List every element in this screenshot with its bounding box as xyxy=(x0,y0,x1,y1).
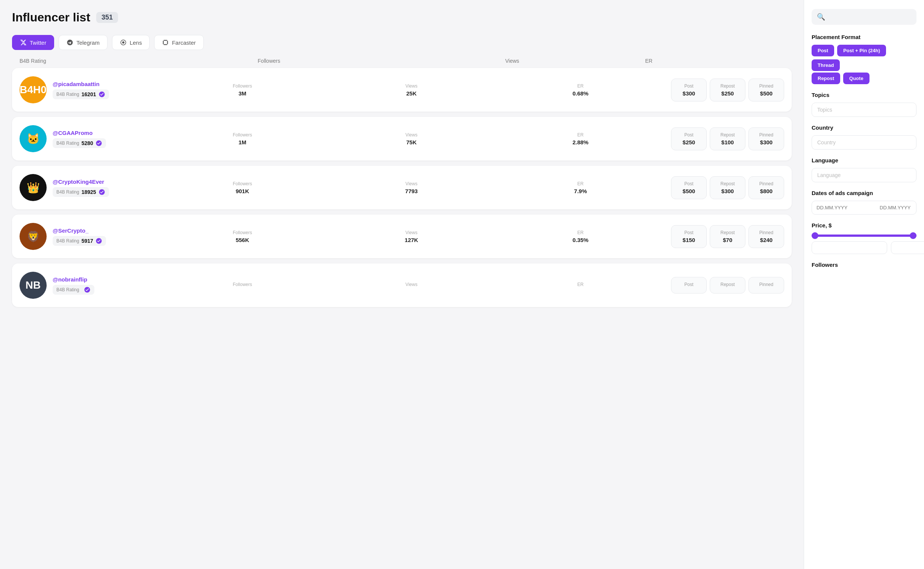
er-stat-label: ER xyxy=(577,230,584,235)
price-max-input[interactable]: 11111 xyxy=(891,241,924,254)
er-stat: ER 0.68% xyxy=(496,84,665,97)
price-card-post[interactable]: Post $300 xyxy=(671,79,707,102)
post-label: Post xyxy=(678,84,700,89)
tab-telegram[interactable]: Telegram xyxy=(59,35,108,50)
er-stat-label: ER xyxy=(577,282,584,287)
price-card-pinned[interactable]: Pinned $240 xyxy=(749,225,784,248)
price-card-pinned[interactable]: Pinned $300 xyxy=(749,128,784,150)
price-range: 1 11111 xyxy=(811,234,916,254)
followers-stat-value: 556K xyxy=(236,237,249,243)
followers-stat-label: Followers xyxy=(233,84,252,89)
influencer-card[interactable]: 🐱 @CGAAPromo B4B Rating 5280 Followers 1… xyxy=(12,117,792,160)
b4b-rating-header: B4B Rating xyxy=(20,58,46,64)
format-btn-quote[interactable]: Quote xyxy=(843,73,869,84)
price-card-post[interactable]: Post $150 xyxy=(671,225,707,248)
price-card-pinned: Pinned xyxy=(749,277,784,294)
format-buttons-row2: Repost Quote xyxy=(811,73,916,84)
influencer-handle[interactable]: @SerCrypto_ xyxy=(53,227,158,234)
rating-label: B4B Rating xyxy=(56,141,79,146)
tab-farcaster-label: Farcaster xyxy=(172,40,195,46)
search-box[interactable]: 🔍 xyxy=(811,9,916,25)
date-range[interactable]: 📅 xyxy=(811,201,916,215)
date-to-input[interactable] xyxy=(880,205,916,210)
er-stat: ER 2.88% xyxy=(496,132,665,145)
date-from-input[interactable] xyxy=(816,205,880,210)
dates-title: Dates of ads campaign xyxy=(811,190,916,196)
views-stat-label: Views xyxy=(406,132,418,138)
repost-label: Repost xyxy=(717,230,738,235)
followers-stat-value: 3M xyxy=(238,90,246,97)
repost-price: $70 xyxy=(717,237,738,243)
tab-twitter[interactable]: Twitter xyxy=(12,35,54,50)
views-stat: Views 7793 xyxy=(327,181,496,194)
prices-section: Post $150 Repost $70 Pinned $240 xyxy=(671,225,784,248)
er-stat-label: ER xyxy=(577,132,584,138)
prices-section: Post $250 Repost $100 Pinned $300 xyxy=(671,128,784,150)
followers-stat-label: Followers xyxy=(233,181,252,186)
price-card-post[interactable]: Post $250 xyxy=(671,128,707,150)
influencer-handle[interactable]: @CryptoKing4Ever xyxy=(53,178,158,185)
language-input[interactable] xyxy=(811,168,916,182)
price-card-pinned[interactable]: Pinned $500 xyxy=(749,79,784,102)
avatar: 🦁 xyxy=(20,223,47,250)
tab-lens[interactable]: Lens xyxy=(112,35,150,50)
topics-input[interactable] xyxy=(811,103,916,117)
rating-label: B4B Rating xyxy=(56,238,79,243)
influencer-info: @SerCrypto_ B4B Rating 5917 xyxy=(53,227,158,246)
post-label: Post xyxy=(678,132,700,138)
slider-thumb-right[interactable] xyxy=(910,232,916,239)
price-card-post[interactable]: Post $500 xyxy=(671,176,707,199)
avatar: 🐱 xyxy=(20,125,47,152)
price-card-repost: Repost xyxy=(710,277,746,294)
influencer-card[interactable]: B4H0 @picadambaattin B4B Rating 16201 Fo… xyxy=(12,68,792,112)
influencer-card[interactable]: NB @nobrainflip B4B Rating Followers Vie… xyxy=(12,263,792,307)
price-card-pinned[interactable]: Pinned $800 xyxy=(749,176,784,199)
followers-stat: Followers 1M xyxy=(158,132,327,145)
influencer-list: B4H0 @picadambaattin B4B Rating 16201 Fo… xyxy=(12,68,792,307)
post-label: Post xyxy=(678,181,700,186)
price-slider-fill xyxy=(811,234,916,237)
country-title: Country xyxy=(811,125,916,131)
views-stat-value: 75K xyxy=(406,139,417,145)
format-btn-repost[interactable]: Repost xyxy=(811,73,840,84)
verified-icon xyxy=(99,91,105,98)
influencer-card[interactable]: 🦁 @SerCrypto_ B4B Rating 5917 Followers … xyxy=(12,215,792,258)
format-btn-thread[interactable]: Thread xyxy=(811,59,840,71)
post-price: $250 xyxy=(678,139,700,145)
price-card-repost[interactable]: Repost $100 xyxy=(710,128,746,150)
price-slider-track[interactable] xyxy=(811,234,916,237)
topics-title: Topics xyxy=(811,92,916,98)
influencer-handle[interactable]: @nobrainflip xyxy=(53,276,158,283)
farcaster-icon xyxy=(162,39,169,46)
search-input[interactable] xyxy=(828,14,911,20)
rating-value: 5280 xyxy=(82,140,93,146)
format-btn-post-pin[interactable]: Post + Pin (24h) xyxy=(837,45,886,56)
er-stat: ER 7.9% xyxy=(496,181,665,194)
country-section: Country xyxy=(811,125,916,149)
verified-icon xyxy=(96,140,102,146)
format-btn-post[interactable]: Post xyxy=(811,45,834,56)
repost-label: Repost xyxy=(717,181,738,186)
views-stat-label: Views xyxy=(406,181,418,186)
prices-section: Post Repost Pinned xyxy=(671,277,784,294)
rating-badge: B4B Rating 18925 xyxy=(53,187,109,197)
price-card-repost[interactable]: Repost $250 xyxy=(710,79,746,102)
rating-badge: B4B Rating 5280 xyxy=(53,138,106,148)
influencer-handle[interactable]: @CGAAPromo xyxy=(53,130,158,136)
influencer-card[interactable]: 👑 @CryptoKing4Ever B4B Rating 18925 Foll… xyxy=(12,166,792,209)
tab-farcaster[interactable]: Farcaster xyxy=(154,35,203,50)
language-section: Language xyxy=(811,157,916,182)
country-input[interactable] xyxy=(811,135,916,149)
price-min-input[interactable]: 1 xyxy=(811,241,887,254)
twitter-icon xyxy=(20,39,27,46)
price-inputs: 1 11111 xyxy=(811,241,916,254)
price-card-repost[interactable]: Repost $300 xyxy=(710,176,746,199)
pinned-price: $300 xyxy=(756,139,777,145)
influencer-handle[interactable]: @picadambaattin xyxy=(53,81,158,87)
slider-thumb-left[interactable] xyxy=(811,232,818,239)
avatar: 👑 xyxy=(20,174,47,201)
pinned-label: Pinned xyxy=(756,230,777,235)
repost-label: Repost xyxy=(717,132,738,138)
verified-icon xyxy=(84,286,91,293)
price-card-repost[interactable]: Repost $70 xyxy=(710,225,746,248)
